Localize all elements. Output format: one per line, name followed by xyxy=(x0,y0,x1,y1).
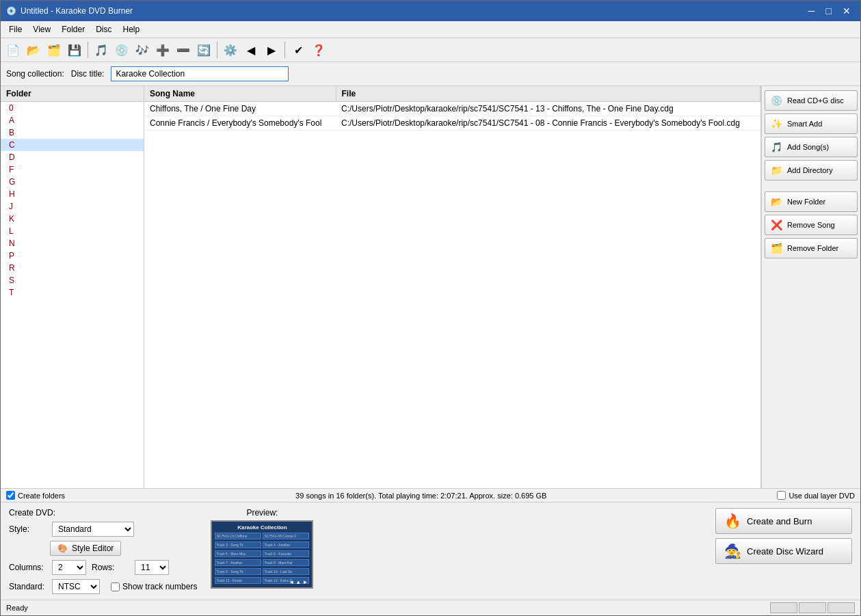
file-cell: C:/Users/Piotr/Desktop/karaoke/rip/sc754… xyxy=(336,116,760,131)
maximize-button[interactable]: □ xyxy=(822,4,836,18)
file-cell: C:/Users/Piotr/Desktop/karaoke/rip/sc754… xyxy=(336,102,760,116)
toolbar-open-folder[interactable]: 🗂️ xyxy=(44,40,64,59)
toolbar-save[interactable]: 💾 xyxy=(65,40,84,59)
rows-select[interactable]: 8 9 10 11 12 xyxy=(135,560,169,575)
toolbar-refresh[interactable]: 🔄 xyxy=(194,40,213,59)
toolbar-check[interactable]: ✔ xyxy=(289,40,308,59)
folder-item-j[interactable]: J xyxy=(1,200,144,213)
smart-add-button[interactable]: ✨Smart Add xyxy=(765,113,858,134)
add-songs-label: Add Song(s) xyxy=(787,143,829,151)
add-songs-icon: 🎵 xyxy=(769,140,783,154)
columns-label: Columns: xyxy=(9,563,47,572)
create-folders-label: Create folders xyxy=(18,492,65,500)
file-header: File xyxy=(336,86,760,102)
menu-file[interactable]: File xyxy=(3,23,27,36)
columns-select[interactable]: 2 1 3 4 xyxy=(52,560,86,575)
read-cdg-disc-icon: 💿 xyxy=(769,94,783,107)
folder-item-r[interactable]: R xyxy=(1,262,144,274)
folder-item-t[interactable]: T xyxy=(1,286,144,299)
remove-folder-label: Remove Folder xyxy=(787,244,838,252)
disc-title-input[interactable] xyxy=(111,66,289,81)
folder-item-n[interactable]: N xyxy=(1,237,144,250)
folder-item-k[interactable]: K xyxy=(1,213,144,225)
close-button[interactable]: ✕ xyxy=(838,4,855,18)
toolbar-add[interactable]: ➕ xyxy=(153,40,172,59)
status-stats: 39 songs in 16 folder(s). Total playing … xyxy=(295,492,546,500)
toolbar-help[interactable]: ❓ xyxy=(309,40,328,59)
show-track-numbers-label: Show track numbers xyxy=(122,582,197,591)
ready-status: Ready xyxy=(6,604,28,612)
show-track-numbers-checkbox[interactable] xyxy=(111,582,120,591)
song-table: Song Name File Chiffons, The / One Fine … xyxy=(144,86,760,131)
folder-item-c[interactable]: C xyxy=(1,139,144,151)
new-folder-button[interactable]: 📂New Folder xyxy=(765,191,858,212)
add-songs-button[interactable]: 🎵Add Song(s) xyxy=(765,137,858,157)
create-disc-wizard-button[interactable]: 🧙 Create Disc Wizard xyxy=(715,538,852,564)
dvd-left: Create DVD: Style: Standard Classic Mode… xyxy=(9,508,197,594)
toolbar-forward[interactable]: ▶ xyxy=(262,40,281,59)
table-row[interactable]: Chiffons, The / One Fine DayC:/Users/Pio… xyxy=(144,102,760,116)
preview-nav: ◄ ▲ ► xyxy=(289,579,308,585)
folder-item-d[interactable]: D xyxy=(1,151,144,163)
standard-select[interactable]: NTSC PAL xyxy=(52,579,100,594)
rows-label: Rows: xyxy=(92,563,129,572)
toolbar-sep-3 xyxy=(284,42,285,58)
preview-cell: Track 9 - Song Tit xyxy=(215,568,261,575)
preview-cell: SC7541-08 Connie F xyxy=(263,533,309,539)
style-select[interactable]: Standard Classic Modern Elegant xyxy=(52,522,134,537)
toolbar-back[interactable]: ◀ xyxy=(241,40,261,59)
remove-folder-button[interactable]: 🗂️Remove Folder xyxy=(765,238,858,258)
create-folders-checkbox[interactable] xyxy=(6,491,15,500)
preview-cell: Track 11 - Finale xyxy=(215,577,261,584)
toolbar-remove[interactable]: ➖ xyxy=(174,40,193,59)
folder-item-l[interactable]: L xyxy=(1,225,144,237)
remove-song-button[interactable]: ❌Remove Song xyxy=(765,215,858,235)
toolbar-music[interactable]: 🎵 xyxy=(92,40,111,59)
toolbar-note[interactable]: 🎶 xyxy=(133,40,152,59)
style-editor-button[interactable]: 🎨 Style Editor xyxy=(50,541,121,556)
style-label: Style: xyxy=(9,524,47,534)
create-folders-row[interactable]: Create folders xyxy=(6,491,65,500)
disc-title-label: Disc title: xyxy=(71,69,105,79)
folder-item-f[interactable]: F xyxy=(1,163,144,176)
remove-song-label: Remove Song xyxy=(787,221,835,229)
folder-list: 0ABCDFGHJKLNPRST xyxy=(1,102,144,299)
menu-disc[interactable]: Disc xyxy=(90,23,117,36)
toolbar-cd[interactable]: 💿 xyxy=(112,40,131,59)
status-panel-3 xyxy=(827,602,855,613)
add-directory-button[interactable]: 📁Add Directory xyxy=(765,160,858,180)
song-panel: Song Name File Chiffons, The / One Fine … xyxy=(144,86,761,488)
menu-view[interactable]: View xyxy=(27,23,56,36)
folder-item-0[interactable]: 0 xyxy=(1,102,144,114)
toolbar-new[interactable]: 📄 xyxy=(3,40,23,59)
table-row[interactable]: Connie Francis / Everybody's Somebody's … xyxy=(144,116,760,131)
preview-cell: Track 10 - Last So xyxy=(263,568,309,575)
remove-folder-icon: 🗂️ xyxy=(769,241,783,255)
song-collection-label: Song collection: xyxy=(6,69,64,79)
style-editor-label: Style Editor xyxy=(72,544,114,553)
app-title: Untitled - Karaoke DVD Burner xyxy=(21,6,133,16)
preview-cell: Track 5 - More Mus xyxy=(215,550,261,557)
toolbar-open[interactable]: 📂 xyxy=(24,40,43,59)
dvd-right: 🔥 Create and Burn 🧙 Create Disc Wizard xyxy=(715,508,852,564)
right-panel-sep xyxy=(765,183,858,189)
show-track-numbers-row[interactable]: Show track numbers xyxy=(111,582,197,591)
folder-item-b[interactable]: B xyxy=(1,126,144,139)
folder-item-a[interactable]: A xyxy=(1,114,144,126)
folder-item-h[interactable]: H xyxy=(1,188,144,200)
header-row: Song collection: Disc title: xyxy=(1,62,860,86)
read-cdg-disc-button[interactable]: 💿Read CD+G disc xyxy=(765,90,858,111)
create-and-burn-button[interactable]: 🔥 Create and Burn xyxy=(715,508,852,534)
song-name-cell: Chiffons, The / One Fine Day xyxy=(144,102,336,116)
folder-item-p[interactable]: P xyxy=(1,250,144,262)
minimize-button[interactable]: ─ xyxy=(804,4,819,18)
toolbar-settings[interactable]: ⚙️ xyxy=(221,40,240,59)
style-editor-row: 🎨 Style Editor xyxy=(9,541,197,556)
dual-layer-checkbox[interactable] xyxy=(777,491,786,500)
dual-layer-row[interactable]: Use dual layer DVD xyxy=(777,491,855,500)
menu-help[interactable]: Help xyxy=(118,23,146,36)
create-wizard-icon: 🧙 xyxy=(724,543,741,559)
folder-item-s[interactable]: S xyxy=(1,274,144,286)
folder-item-g[interactable]: G xyxy=(1,176,144,188)
menu-folder[interactable]: Folder xyxy=(56,23,90,36)
